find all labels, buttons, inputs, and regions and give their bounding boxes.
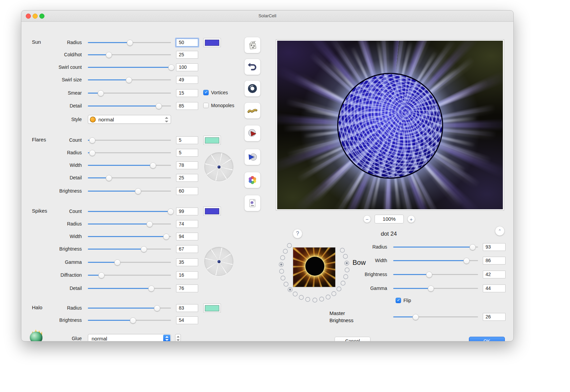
spikes-width-value[interactable] (176, 233, 198, 240)
sun-swirlcount-value[interactable] (176, 63, 198, 71)
slider-knob[interactable] (168, 209, 174, 215)
sun-smear-value[interactable] (176, 89, 198, 97)
preset-dot[interactable] (332, 292, 336, 296)
spikes-color-well[interactable] (203, 207, 221, 216)
preset-dot[interactable] (313, 298, 317, 302)
undo-button[interactable] (244, 59, 261, 75)
cancel-button[interactable]: Cancel (335, 337, 370, 341)
bow-width-value[interactable] (483, 257, 506, 264)
master-brightness-slider[interactable] (393, 314, 478, 320)
slider-knob[interactable] (428, 286, 434, 292)
preset-dot[interactable] (284, 282, 288, 287)
preset-dot[interactable] (326, 295, 330, 299)
flares-radius-value[interactable] (176, 149, 198, 157)
flares-direction-dial[interactable] (204, 152, 233, 181)
slider-knob[interactable] (89, 150, 95, 156)
flares-brightness-slider[interactable] (88, 188, 171, 194)
preset-dot[interactable] (340, 248, 345, 253)
slider-knob[interactable] (106, 175, 112, 181)
preset-dot[interactable] (281, 276, 285, 280)
bow-width-slider[interactable] (393, 257, 478, 264)
preset-dot[interactable] (279, 262, 284, 267)
slider-knob[interactable] (127, 40, 133, 46)
sun-color-well[interactable] (203, 38, 221, 47)
sun-swirlcount-slider[interactable] (88, 64, 171, 71)
halo-color-well[interactable] (203, 303, 221, 313)
randomize-button[interactable] (244, 37, 261, 53)
bow-radius-value[interactable] (483, 243, 506, 251)
spikes-brightness-value[interactable] (176, 245, 198, 253)
sun-swirlsize-slider[interactable] (88, 77, 171, 83)
slider-knob[interactable] (98, 272, 104, 278)
halo-brightness-slider[interactable] (88, 317, 171, 324)
slider-knob[interactable] (154, 305, 160, 311)
slider-knob[interactable] (126, 77, 132, 83)
halo-radius-slider[interactable] (88, 305, 171, 311)
flares-color-well[interactable] (203, 136, 221, 145)
export-file-button[interactable] (244, 195, 261, 211)
bow-brightness-slider[interactable] (393, 271, 478, 278)
colors-button[interactable] (244, 172, 261, 188)
wave-button[interactable] (244, 102, 261, 119)
sun-detail-slider[interactable] (88, 103, 171, 109)
preset-dot[interactable] (293, 292, 298, 296)
slider-knob[interactable] (150, 162, 156, 169)
slider-knob[interactable] (147, 221, 153, 227)
flares-detail-value[interactable] (176, 174, 198, 182)
slider-knob[interactable] (135, 188, 141, 194)
monopoles-checkbox[interactable] (203, 103, 209, 108)
slider-knob[interactable] (130, 317, 136, 324)
spikes-detail-slider[interactable] (88, 285, 171, 292)
halo-radius-value[interactable] (176, 304, 198, 312)
spikes-gamma-value[interactable] (176, 258, 198, 266)
slider-knob[interactable] (98, 90, 104, 96)
slider-knob[interactable] (89, 137, 95, 143)
spikes-gamma-slider[interactable] (88, 259, 171, 266)
glue-stepper[interactable] (175, 334, 181, 341)
preset-dot[interactable] (287, 243, 292, 248)
flares-detail-slider[interactable] (88, 175, 171, 181)
flares-radius-slider[interactable] (88, 150, 171, 156)
flares-brightness-value[interactable] (176, 187, 198, 195)
help-button[interactable]: ? (293, 229, 302, 238)
spikes-direction-dial[interactable] (204, 247, 233, 276)
spikes-width-slider[interactable] (88, 233, 171, 240)
halo-brightness-value[interactable] (176, 316, 198, 324)
preset-thumbnail[interactable] (293, 247, 336, 287)
sun-smear-slider[interactable] (88, 90, 171, 96)
flares-count-value[interactable] (176, 136, 198, 144)
zoom-level-field[interactable]: 100% (375, 215, 404, 223)
sun-swirlsize-value[interactable] (176, 76, 198, 84)
preset-dot[interactable] (299, 295, 304, 300)
spikes-radius-slider[interactable] (88, 221, 171, 227)
bow-brightness-value[interactable] (483, 271, 506, 278)
preset-dot[interactable] (320, 297, 324, 301)
flip-checkbox[interactable] (396, 298, 401, 303)
zoom-in-button[interactable]: + (407, 215, 415, 223)
sun-detail-value[interactable] (176, 102, 198, 110)
spikes-diffraction-slider[interactable] (88, 272, 171, 278)
flares-width-value[interactable] (176, 161, 198, 169)
bow-radius-slider[interactable] (393, 244, 478, 250)
sun-radius-value[interactable] (176, 39, 198, 46)
preset-dot[interactable] (280, 269, 284, 274)
vortices-checkbox[interactable] (203, 90, 209, 95)
slider-knob[interactable] (156, 103, 162, 109)
preset-dot[interactable] (341, 281, 345, 286)
slider-knob[interactable] (106, 52, 112, 58)
ok-button[interactable]: OK (469, 337, 505, 341)
slider-knob[interactable] (470, 244, 476, 250)
sun-coldhot-value[interactable] (176, 51, 198, 59)
spikes-brightness-slider[interactable] (88, 246, 171, 252)
slider-knob[interactable] (463, 258, 470, 264)
slider-knob[interactable] (114, 259, 120, 266)
preset-dot[interactable] (306, 297, 310, 302)
preset-dot[interactable] (288, 288, 292, 292)
slider-knob[interactable] (163, 234, 169, 240)
spikes-diffraction-value[interactable] (176, 271, 198, 279)
spikes-count-slider[interactable] (88, 208, 171, 215)
flares-width-slider[interactable] (88, 162, 171, 169)
slider-knob[interactable] (413, 314, 419, 320)
bow-gamma-slider[interactable] (393, 285, 478, 292)
glue-popup[interactable]: normal (88, 334, 171, 341)
